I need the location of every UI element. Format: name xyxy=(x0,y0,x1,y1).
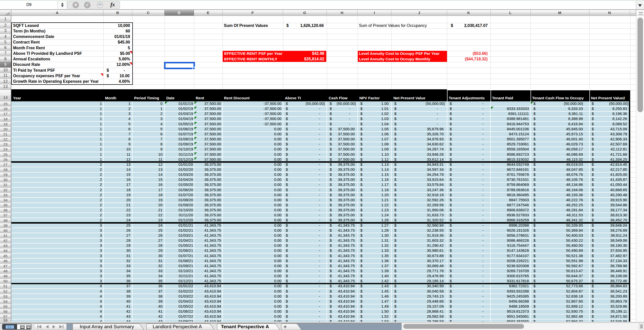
svg-text:Tenant Perspective A: Tenant Perspective A xyxy=(221,324,269,329)
svg-text:Input Array and Summary: Input Array and Summary xyxy=(80,324,134,329)
svg-text:Landlord Perspective A: Landlord Perspective A xyxy=(153,324,202,329)
svg-text:+: + xyxy=(284,324,287,330)
